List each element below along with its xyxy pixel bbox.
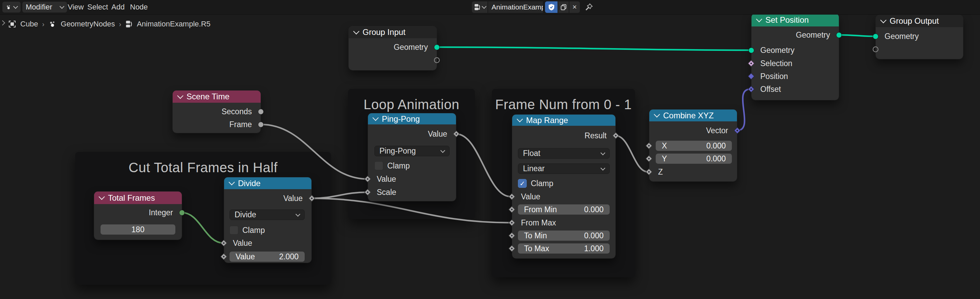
wire-maprange-to-combinexyz-z [616, 136, 648, 172]
dropdown-value: Divide [235, 210, 256, 219]
node-header[interactable]: Total Frames [94, 192, 182, 204]
breadcrumb-object[interactable]: Cube [20, 20, 38, 29]
input-label: Z [658, 168, 663, 177]
to-max-field[interactable]: To Max 1.000 [518, 243, 610, 254]
node-header[interactable]: Combine XYZ [649, 109, 737, 122]
node-combine-xyz[interactable]: Combine XYZ Vector X 0.000 Y 0.000 Z [649, 109, 737, 181]
node-set-position[interactable]: Set Position Geometry Geometry Selection… [751, 14, 839, 100]
mode-dropdown[interactable]: Modifier [22, 2, 67, 13]
collapse-chevron-icon[interactable] [372, 115, 379, 121]
collapse-chevron-icon[interactable] [353, 28, 359, 34]
collapse-chevron-icon[interactable] [229, 179, 235, 185]
input-label: Geometry [885, 32, 919, 41]
browse-node-tree-button[interactable] [472, 2, 487, 13]
node-divide[interactable]: Divide Value Divide Clamp Value Value 2.… [224, 177, 312, 263]
input-label: Selection [760, 59, 792, 68]
output-label: Vector [706, 126, 728, 135]
field-value: 2.000 [279, 252, 299, 261]
output-label: Frame [229, 120, 252, 129]
operation-dropdown[interactable]: Divide [229, 209, 305, 220]
collapse-chevron-icon[interactable] [654, 111, 660, 117]
socket-frame-output[interactable] [258, 122, 264, 128]
node-header[interactable]: Map Range [512, 115, 616, 126]
fake-user-toggle[interactable] [545, 2, 558, 13]
collapse-chevron-icon[interactable] [99, 193, 105, 200]
node-title: Total Frames [108, 193, 155, 203]
editor-type-selector[interactable] [2, 2, 21, 13]
collapse-chevron-icon[interactable] [880, 17, 886, 23]
breadcrumb-node-tree[interactable]: AnimationExample.R5 [137, 20, 210, 29]
collapse-chevron-icon[interactable] [756, 16, 762, 22]
shield-check-icon [548, 3, 555, 11]
breadcrumb-modifier[interactable]: GeometryNodes [60, 20, 115, 29]
socket-virtual-output[interactable] [434, 57, 440, 63]
node-title: Group Output [889, 16, 939, 26]
input-label: From Max [521, 218, 556, 227]
field-value: 1.000 [584, 244, 604, 253]
node-header[interactable]: Ping-Pong [368, 113, 456, 125]
node-header[interactable]: Set Position [751, 14, 839, 26]
node-title: Group Input [363, 27, 406, 37]
clamp-checkbox[interactable] [518, 179, 527, 188]
output-label: Seconds [221, 107, 252, 116]
node-title: Combine XYZ [663, 111, 714, 120]
breadcrumb-separator: › [42, 20, 45, 28]
collapse-chevron-icon[interactable] [517, 116, 523, 122]
node-group-input[interactable]: Group Input Geometry [349, 26, 437, 70]
node-scene-time[interactable]: Scene Time Seconds Frame [173, 91, 261, 133]
node-map-range[interactable]: Map Range Result Float Linear Clamp Valu… [512, 115, 616, 258]
menu-add[interactable]: Add [109, 0, 127, 14]
socket-seconds-output[interactable] [258, 109, 264, 115]
chevron-down-icon [60, 4, 64, 9]
object-icon [8, 20, 16, 28]
operation-dropdown[interactable]: Ping-Pong [374, 146, 450, 156]
socket-geometry-output[interactable] [836, 32, 842, 38]
node-tree-name-field[interactable]: AnimationExample.R5 [488, 2, 543, 13]
wire-setposition-to-groupoutput [839, 35, 875, 36]
field-label: X [662, 141, 667, 150]
unlink-button[interactable]: × [570, 2, 580, 13]
dropdown-value: Linear [523, 164, 545, 173]
to-min-field[interactable]: To Min 0.000 [518, 230, 610, 241]
y-field[interactable]: Y 0.000 [656, 153, 732, 164]
menu-node[interactable]: Node [128, 0, 150, 14]
clamp-checkbox[interactable] [374, 161, 383, 170]
input-label: Value [521, 192, 540, 201]
wire-divide-to-pingpong-scale [312, 192, 367, 198]
node-ping-pong[interactable]: Ping-Pong Value Ping-Pong Clamp Value Sc… [368, 113, 456, 201]
clamp-checkbox[interactable] [229, 226, 238, 235]
pin-icon[interactable] [585, 3, 593, 11]
x-field[interactable]: X 0.000 [656, 141, 732, 151]
socket-geometry-input[interactable] [748, 48, 754, 53]
node-group-output[interactable]: Group Output Geometry [876, 15, 963, 59]
input-label: Geometry [760, 46, 794, 55]
node-header[interactable]: Divide [224, 177, 312, 189]
menu-select[interactable]: Select [85, 0, 110, 14]
interpolation-dropdown[interactable]: Linear [518, 163, 610, 174]
wire-scenetime-to-pingpong [261, 125, 367, 179]
socket-geometry-output[interactable] [434, 45, 440, 50]
socket-virtual-input[interactable] [873, 46, 878, 52]
new-copy-button[interactable] [558, 2, 569, 13]
input-label: Value [377, 174, 396, 184]
output-label: Result [585, 131, 607, 140]
menu-view[interactable]: View [66, 0, 86, 14]
integer-value-field[interactable]: 180 [100, 224, 175, 235]
field-value: 180 [131, 225, 144, 234]
data-type-dropdown[interactable]: Float [518, 148, 610, 159]
node-header[interactable]: Scene Time [173, 91, 261, 103]
socket-geometry-input[interactable] [873, 34, 878, 39]
wire-groupinput-to-setposition [437, 47, 751, 50]
from-min-field[interactable]: From Min 0.000 [518, 205, 610, 214]
field-value: 0.000 [584, 231, 604, 240]
field-label: Y [662, 154, 667, 163]
value-field[interactable]: Value 2.000 [229, 251, 305, 262]
collapse-chevron-icon[interactable] [177, 93, 183, 99]
node-header[interactable]: Group Input [349, 26, 437, 38]
chevron-down-icon [481, 4, 486, 9]
node-header[interactable]: Group Output [876, 15, 963, 27]
node-title: Scene Time [186, 92, 229, 101]
duplicate-icon [560, 4, 567, 11]
node-total-frames[interactable]: Total Frames Integer 180 [94, 192, 182, 240]
socket-integer-output[interactable] [179, 210, 185, 216]
